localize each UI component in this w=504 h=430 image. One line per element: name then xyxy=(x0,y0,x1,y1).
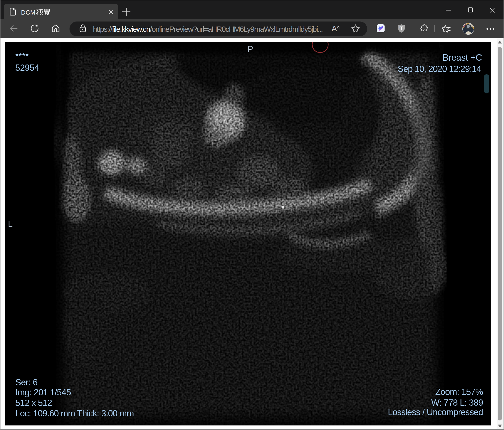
svg-text:Zoom: 157%: Zoom: 157% xyxy=(435,387,483,397)
svg-text:Img: 201 1/545: Img: 201 1/545 xyxy=(15,387,71,397)
svg-text:Sep 10, 2020 12:29:14: Sep 10, 2020 12:29:14 xyxy=(398,64,481,74)
svg-text:****: **** xyxy=(15,51,29,61)
svg-text:T: T xyxy=(399,25,403,31)
svg-text:Ser: 6: Ser: 6 xyxy=(15,377,37,387)
svg-text:52954: 52954 xyxy=(15,63,39,73)
svg-text:W: 778 L: 389: W: 778 L: 389 xyxy=(431,398,483,408)
svg-text:Lossless / Uncompressed: Lossless / Uncompressed xyxy=(388,407,483,417)
svg-text:Loc: 109.60 mm Thick: 3.00 mm: Loc: 109.60 mm Thick: 3.00 mm xyxy=(15,409,134,418)
svg-text:P: P xyxy=(247,44,253,54)
svg-text:512 x 512: 512 x 512 xyxy=(15,398,52,408)
svg-text:L: L xyxy=(8,219,13,229)
svg-text:A: A xyxy=(332,24,337,33)
svg-text:Breast +C: Breast +C xyxy=(442,53,482,63)
